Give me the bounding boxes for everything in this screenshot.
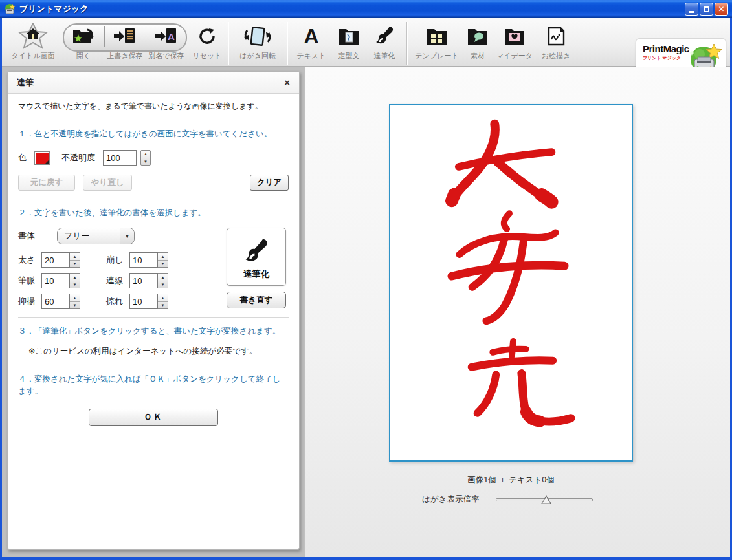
rensen-label: 連線	[106, 275, 129, 286]
window-title: プリントマジック	[19, 3, 88, 15]
kuzushi-input[interactable]	[129, 252, 158, 268]
maximize-button[interactable]	[700, 3, 713, 16]
postcard[interactable]	[389, 104, 633, 462]
toolbar-save-as[interactable]: A 別名で保存	[146, 22, 187, 61]
yokuyou-label: 抑揚	[18, 296, 41, 307]
panel-header: 達筆 ×	[8, 72, 299, 94]
thickness-input[interactable]	[41, 252, 70, 268]
zoom-slider-track[interactable]	[496, 498, 593, 501]
toolbar-materials[interactable]: 素材	[462, 22, 493, 61]
brush-icon	[374, 22, 395, 50]
brushify-button[interactable]: 達筆化	[227, 228, 286, 286]
drawing-icon	[545, 22, 567, 50]
kuzushi-label: 崩し	[106, 254, 129, 266]
hitsumyaku-spinner[interactable]: ▲▼	[70, 273, 80, 288]
toolbar-text[interactable]: A テキスト	[292, 22, 331, 61]
hitsumyaku-input[interactable]	[41, 273, 70, 288]
svg-text:A: A	[304, 25, 318, 47]
panel-description: マウスで描いた文字を、まるで筆で書いたような画像に変換します。	[18, 100, 289, 112]
toolbar-template[interactable]: テンプレート	[412, 22, 462, 61]
calligraphy-image	[390, 105, 632, 460]
chevron-down-icon: ▼	[120, 228, 134, 244]
save-as-icon: A	[154, 22, 179, 50]
main-content: 達筆 × マウスで描いた文字を、まるで筆で書いたような画像に変換します。 １．色…	[2, 67, 730, 557]
yokuyou-spinner[interactable]: ▲▼	[70, 294, 80, 309]
spin-up-icon: ▲	[141, 151, 150, 158]
rewrite-button[interactable]: 書き直す	[227, 292, 286, 308]
rensen-spinner[interactable]: ▲▼	[158, 273, 168, 288]
canvas-area: 画像1個 ＋ テキスト0個 はがき表示倍率	[305, 67, 730, 557]
close-button[interactable]: ✕	[715, 3, 728, 16]
panel-close-icon[interactable]: ×	[284, 78, 290, 87]
rotate-postcard-icon	[241, 22, 274, 50]
minimize-button[interactable]	[685, 3, 698, 16]
zoom-label: はがき表示倍率	[422, 494, 479, 505]
toolbar-separator	[406, 22, 407, 65]
toolbar-save[interactable]: 上書き保存	[104, 22, 146, 61]
step4-text: ４．変換された文字が気に入れば「ＯＫ」ボタンをクリックして終了します。	[18, 373, 289, 396]
redo-button[interactable]: やり直し	[83, 175, 132, 191]
toolbar-my-data[interactable]: マイデータ	[493, 22, 536, 61]
divider	[18, 199, 289, 199]
kuzushi-spinner[interactable]: ▲▼	[158, 252, 168, 268]
toolbar-drawing[interactable]: お絵描き	[536, 22, 576, 61]
thickness-label: 太さ	[18, 254, 41, 266]
step2-text: ２．文字を書いた後、達筆化の書体を選択します。	[18, 207, 289, 219]
toolbar-title-screen[interactable]: タイトル画面	[7, 22, 59, 61]
save-overwrite-icon	[113, 22, 137, 50]
color-swatch-button[interactable]	[34, 151, 50, 165]
ok-button[interactable]: ＯＫ	[89, 409, 218, 426]
text-icon: A	[300, 22, 322, 50]
toolbar-reset[interactable]: リセット	[191, 22, 223, 61]
font-label: 書体	[18, 230, 41, 242]
opacity-spinner[interactable]: ▲▼	[140, 150, 151, 166]
kasure-spinner[interactable]: ▲▼	[158, 294, 168, 309]
toolbar-fixed-phrases[interactable]: 定型文	[331, 22, 367, 61]
step1-text: １．色と不透明度を指定してはがきの画面に文字を書いてください。	[18, 128, 289, 140]
tassput-panel: 達筆 × マウスで描いた文字を、まるで筆で書いたような画像に変換します。 １．色…	[7, 71, 300, 550]
reset-icon	[197, 22, 217, 50]
divider	[18, 120, 289, 120]
toolbar-brushify[interactable]: 達筆化	[367, 22, 402, 61]
font-select[interactable]: フリー ▼	[57, 228, 135, 244]
panel-title: 達筆	[17, 77, 34, 89]
undo-button[interactable]: 元に戻す	[18, 175, 75, 191]
zoom-control: はがき表示倍率	[422, 494, 593, 505]
internet-note: ※このサービスの利用はインターネットへの接続が必要です。	[28, 346, 289, 357]
divider	[18, 317, 289, 318]
opacity-label: 不透明度	[61, 152, 95, 164]
step3-text: ３．「達筆化」ボタンをクリックすると、書いた文字が変換されます。	[18, 325, 289, 337]
minimize-icon	[689, 11, 694, 13]
brush-icon	[243, 237, 270, 266]
materials-folder-icon	[466, 22, 489, 50]
titlebar: プリントマジック ✕	[0, 0, 732, 18]
template-folder-icon	[425, 22, 449, 50]
divider	[18, 365, 289, 365]
object-count-status: 画像1個 ＋ テキスト0個	[389, 475, 633, 486]
toolbar-separator	[228, 22, 228, 65]
brushify-button-label: 達筆化	[243, 268, 270, 280]
kasure-input[interactable]	[129, 294, 158, 309]
clear-button[interactable]: クリア	[250, 175, 289, 191]
toolbar-rotate-postcard[interactable]: はがき回転	[233, 22, 282, 61]
thickness-spinner[interactable]: ▲▼	[70, 252, 80, 268]
hitsumyaku-label: 筆脈	[18, 275, 41, 286]
fixed-phrases-folder-icon	[337, 22, 360, 50]
zoom-slider-thumb[interactable]	[541, 495, 551, 504]
yokuyou-input[interactable]	[41, 294, 70, 309]
font-select-value: フリー	[58, 230, 120, 242]
opacity-input[interactable]	[103, 150, 137, 166]
spin-down-icon: ▼	[141, 158, 150, 166]
app-window: プリントマジック ✕ タイトル画面	[0, 0, 732, 560]
open-folder-icon	[71, 22, 96, 50]
svg-text:A: A	[168, 31, 175, 42]
color-label: 色	[18, 152, 27, 164]
kasure-label: 掠れ	[106, 296, 129, 307]
toolbar-open[interactable]: 開く	[63, 22, 104, 61]
file-button-group: 開く 上書き保存	[63, 22, 187, 61]
app-icon	[4, 3, 16, 15]
toolbar: タイトル画面 開く	[2, 18, 730, 67]
my-data-folder-icon	[503, 22, 526, 50]
home-star-icon	[18, 22, 48, 50]
rensen-input[interactable]	[129, 273, 158, 288]
